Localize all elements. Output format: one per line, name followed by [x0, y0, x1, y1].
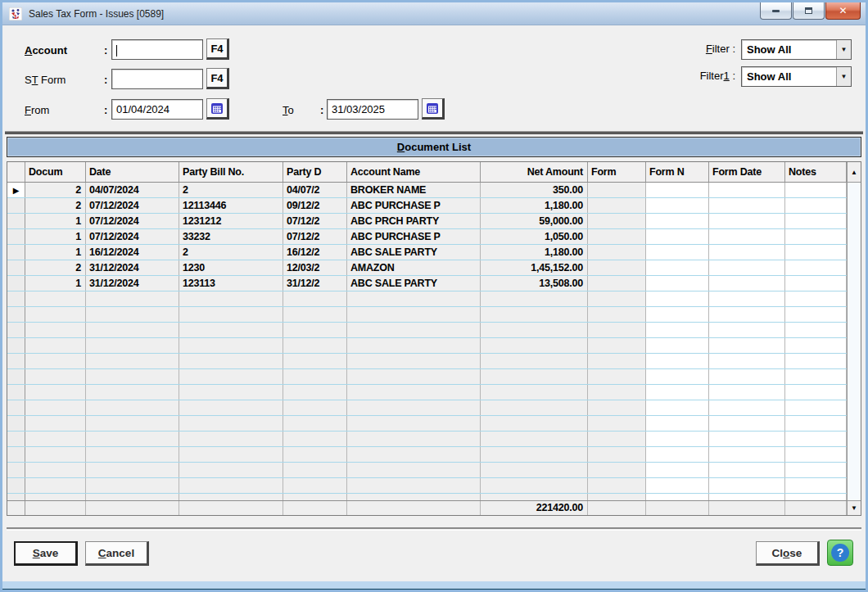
from-label: From [25, 104, 49, 116]
table-row-empty[interactable] [7, 400, 847, 416]
calendar-icon [426, 102, 439, 115]
chevron-down-icon: ▼ [836, 40, 851, 59]
minimize-icon [772, 10, 780, 12]
minimize-button[interactable] [760, 2, 792, 20]
table-row-empty[interactable] [7, 463, 847, 478]
filter-dropdown[interactable]: Show All ▼ [741, 39, 852, 60]
header-form-n: Form N [646, 162, 709, 182]
from-calendar-button[interactable] [206, 98, 229, 120]
table-row-empty[interactable] [7, 354, 847, 369]
to-date-input[interactable]: 31/03/2025 [327, 99, 418, 120]
from-date-input[interactable]: 01/04/2024 [111, 99, 203, 120]
scroll-up-button[interactable]: ▲ [848, 162, 861, 183]
row-selector [7, 198, 25, 213]
st-form-label: ST Form [25, 74, 66, 86]
table-row[interactable]: 1 31/12/2024 123113 31/12/2 ABC SALE PAR… [7, 276, 847, 291]
table-row-empty[interactable] [7, 432, 847, 447]
scroll-up-icon: ▲ [851, 169, 857, 176]
account-f4-button[interactable]: F4 [206, 38, 229, 60]
save-button[interactable]: Save [14, 541, 78, 566]
app-icon: 1 [9, 7, 22, 20]
table-row-empty[interactable] [7, 416, 847, 432]
st-form-f4-button[interactable]: F4 [206, 68, 229, 89]
header-date: Date [86, 162, 179, 182]
vertical-scrollbar[interactable]: ▲ ▼ [847, 162, 861, 515]
panel-divider [5, 131, 863, 135]
document-list-header: Document List [7, 137, 861, 157]
row-selector [7, 276, 25, 291]
header-party-bill-no: Party Bill No. [179, 162, 283, 182]
table-row-empty[interactable] [7, 307, 847, 323]
row-selector [7, 229, 25, 244]
row-selector [7, 260, 25, 275]
maximize-icon [805, 7, 812, 14]
account-label: Account [25, 44, 67, 56]
header-docum: Docum [25, 162, 86, 182]
row-selector: ▶ [7, 183, 25, 197]
header-party-d: Party D [283, 162, 347, 182]
table-row[interactable]: ▶ 2 04/07/2024 2 04/07/2 BROKER NAME 350… [7, 183, 847, 198]
filter1-label: Filter1 : [685, 70, 735, 82]
table-row-empty[interactable] [7, 447, 847, 463]
to-calendar-button[interactable] [422, 98, 445, 120]
table-row-empty[interactable] [7, 338, 847, 354]
maximize-button[interactable] [793, 2, 825, 20]
document-grid: Docum Date Party Bill No. Party D Accoun… [7, 161, 861, 516]
header-form: Form [588, 162, 646, 182]
table-row[interactable]: 2 07/12/2024 12113446 09/12/2 ABC PURCHA… [7, 198, 847, 214]
scroll-down-button[interactable]: ▼ [848, 500, 861, 515]
table-row[interactable]: 2 31/12/2024 1230 12/03/2 AMAZON 1,45,15… [7, 260, 847, 276]
table-row[interactable]: 1 07/12/2024 1231212 07/12/2 ABC PRCH PA… [7, 214, 847, 229]
row-selector [7, 214, 25, 228]
table-row-empty[interactable] [7, 369, 847, 385]
header-net-amount: Net Amount [481, 162, 588, 182]
table-row-empty[interactable] [7, 478, 847, 494]
from-colon: : [104, 104, 107, 116]
st-form-input[interactable] [111, 69, 203, 89]
header-form-date: Form Date [709, 162, 785, 182]
account-colon: : [104, 44, 107, 56]
text-caret [116, 45, 117, 56]
table-row-empty[interactable] [7, 494, 847, 500]
close-icon: ✕ [839, 5, 847, 16]
titlebar: 1 Sales Tax Form - Issues [0589] ✕ [2, 2, 866, 25]
grid-total-row: 221420.00 [7, 500, 847, 515]
close-window-button[interactable]: ✕ [825, 2, 861, 20]
table-row-empty[interactable] [7, 323, 847, 338]
header-notes: Notes [785, 162, 847, 182]
filter1-dropdown[interactable]: Show All ▼ [741, 66, 852, 87]
button-area-divider [7, 527, 861, 531]
help-icon: ? [831, 544, 849, 562]
net-amount-total: 221420.00 [481, 501, 588, 515]
table-row-empty[interactable] [7, 385, 847, 400]
header-selector [7, 162, 25, 182]
svg-text:1: 1 [14, 12, 18, 20]
calendar-icon [210, 102, 224, 115]
to-label: To [283, 104, 294, 116]
close-button[interactable]: Close [756, 541, 820, 566]
cancel-button[interactable]: Cancel [85, 541, 149, 566]
grid-body: ▶ 2 04/07/2024 2 04/07/2 BROKER NAME 350… [7, 183, 847, 500]
scrollbar-track[interactable] [848, 183, 861, 500]
chevron-down-icon: ▼ [836, 67, 851, 86]
help-button[interactable]: ? [827, 540, 853, 566]
grid-header-row: Docum Date Party Bill No. Party D Accoun… [7, 162, 847, 183]
header-account-name: Account Name [347, 162, 481, 182]
window-title: Sales Tax Form - Issues [0589] [29, 8, 164, 20]
table-row[interactable]: 1 07/12/2024 33232 07/12/2 ABC PURCHASE … [7, 229, 847, 245]
current-record-icon: ▶ [13, 186, 20, 195]
status-strip [2, 581, 866, 590]
table-row[interactable]: 1 16/12/2024 2 16/12/2 ABC SALE PARTY 1,… [7, 245, 847, 260]
row-selector [7, 245, 25, 260]
account-input[interactable] [111, 39, 203, 60]
scroll-down-icon: ▼ [851, 504, 857, 512]
filter-label: Filter : [685, 43, 735, 55]
st-form-colon: : [104, 74, 107, 86]
table-row-empty[interactable] [7, 291, 847, 307]
to-colon: : [320, 104, 323, 116]
